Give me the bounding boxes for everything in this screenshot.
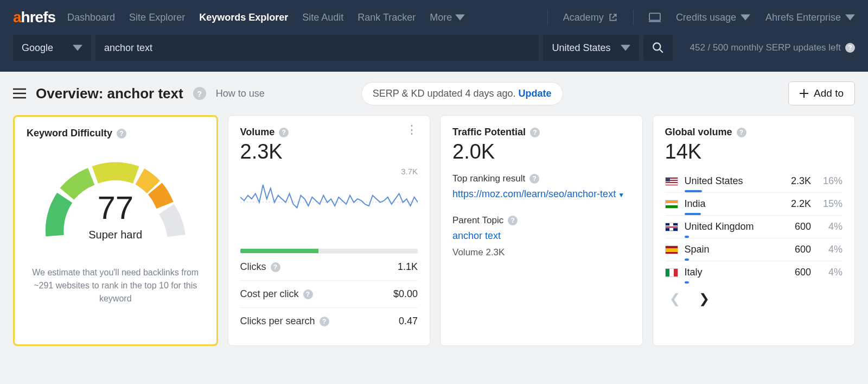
- help-icon[interactable]: ?: [303, 289, 313, 299]
- country-volume: 600: [778, 221, 811, 232]
- nav-credits[interactable]: Credits usage: [676, 12, 750, 23]
- add-to-button[interactable]: Add to: [788, 81, 855, 105]
- country-pct: 4%: [818, 221, 843, 232]
- country-volume: 600: [778, 267, 811, 278]
- card-title: Global volume?: [665, 127, 843, 138]
- pager-next[interactable]: ❯: [699, 291, 710, 306]
- country-select[interactable]: United States: [543, 35, 639, 61]
- top-nav: ahrefs Dashboard Site Explorer Keywords …: [0, 0, 868, 35]
- card-title: Volume?: [240, 127, 289, 138]
- search-engine-select[interactable]: Google: [13, 35, 91, 61]
- country-name: United Kingdom: [685, 221, 773, 232]
- nav-site-explorer[interactable]: Site Explorer: [129, 12, 185, 23]
- nav-keywords-explorer[interactable]: Keywords Explorer: [199, 12, 288, 23]
- search-button[interactable]: [643, 35, 673, 61]
- card-title: Traffic Potential?: [452, 127, 630, 138]
- help-icon[interactable]: ?: [530, 128, 540, 137]
- metric-cps: Clicks per search? 0.47: [240, 307, 418, 335]
- external-link-icon: [608, 12, 618, 22]
- global-pager: ❮ ❯: [665, 291, 843, 306]
- help-icon[interactable]: ?: [737, 128, 746, 137]
- more-icon[interactable]: ⋮: [406, 127, 418, 133]
- help-icon[interactable]: ?: [508, 216, 518, 225]
- keyword-input[interactable]: [104, 42, 530, 54]
- card-global-volume: Global volume? 14K United States2.3K16%I…: [653, 115, 856, 346]
- card-traffic-potential: Traffic Potential? 2.0K Top ranking resu…: [440, 115, 643, 346]
- menu-icon[interactable]: [13, 88, 26, 99]
- global-row[interactable]: United States2.3K16%: [665, 170, 843, 189]
- top-ranking-label: Top ranking result?: [452, 173, 630, 184]
- help-icon[interactable]: ?: [117, 129, 126, 139]
- parent-topic-volume: Volume 2.3K: [452, 247, 630, 258]
- parent-topic-link[interactable]: anchor text: [452, 230, 501, 242]
- flag-icon: [665, 177, 678, 186]
- page-header: Overview: anchor text ? How to use SERP …: [0, 72, 868, 115]
- volume-sparkline: [240, 176, 418, 241]
- device-icon[interactable]: [649, 11, 661, 23]
- update-link[interactable]: Update: [519, 88, 552, 99]
- country-pct: 4%: [818, 244, 843, 255]
- chevron-down-icon: [455, 12, 465, 22]
- global-value: 14K: [665, 140, 843, 163]
- chevron-down-icon: [621, 43, 630, 53]
- global-row[interactable]: Spain6004%: [665, 238, 843, 257]
- card-volume: Volume? ⋮ 2.3K 3.7K Clicks? 1.1K Cost pe…: [228, 115, 431, 346]
- update-pill: SERP & KD updated 4 days ago. Update: [361, 82, 563, 105]
- chevron-down-icon: [73, 43, 82, 53]
- search-icon: [652, 42, 664, 54]
- separator: [547, 10, 548, 25]
- logo[interactable]: ahrefs: [13, 9, 55, 26]
- search-bar: Google United States 452 / 500 monthly S…: [0, 35, 868, 72]
- cards-row: Keyword Difficulty? 77 Super hard We est…: [0, 115, 868, 359]
- svg-point-1: [653, 43, 660, 50]
- country-volume: 600: [778, 244, 811, 255]
- card-title: Keyword Difficulty?: [27, 128, 205, 139]
- country-volume: 2.2K: [778, 198, 811, 210]
- chevron-down-icon: [741, 12, 750, 22]
- credits-remaining: 452 / 500 monthly SERP updates left ?: [690, 42, 855, 53]
- flag-icon: [665, 223, 678, 231]
- help-icon[interactable]: ?: [279, 128, 289, 137]
- kd-description: We estimate that you'll need backlinks f…: [27, 266, 205, 305]
- help-icon[interactable]: ?: [320, 317, 329, 326]
- help-icon[interactable]: ?: [845, 43, 855, 53]
- separator: [633, 10, 634, 25]
- global-row[interactable]: Italy6004%: [665, 261, 843, 280]
- country-name: United States: [685, 175, 773, 187]
- country-name: Spain: [685, 244, 773, 255]
- plus-icon: [800, 89, 808, 98]
- volume-value: 2.3K: [240, 140, 418, 163]
- nav-academy[interactable]: Academy: [563, 12, 618, 23]
- country-pct: 4%: [818, 267, 843, 278]
- sparkline-max: 3.7K: [240, 167, 418, 176]
- global-row[interactable]: India2.2K15%: [665, 192, 843, 212]
- nav-site-audit[interactable]: Site Audit: [302, 12, 343, 23]
- kd-gauge: 77 Super hard: [27, 149, 205, 241]
- nav-rank-tracker[interactable]: Rank Tracker: [358, 12, 416, 23]
- country-name: India: [685, 198, 773, 210]
- chevron-down-icon: ▼: [618, 191, 624, 199]
- help-icon[interactable]: ?: [529, 174, 539, 184]
- country-pct: 16%: [818, 175, 843, 187]
- nav-dashboard[interactable]: Dashboard: [67, 12, 115, 23]
- nav-account[interactable]: Ahrefs Enterprise: [765, 12, 855, 23]
- main-nav: Dashboard Site Explorer Keywords Explore…: [67, 12, 465, 23]
- nav-more[interactable]: More: [430, 12, 465, 23]
- flag-icon: [665, 268, 678, 277]
- metric-cpc: Cost per click? $0.00: [240, 280, 418, 307]
- how-to-use-link[interactable]: How to use: [216, 88, 265, 99]
- top-ranking-url[interactable]: https://moz.com/learn/seo/anchor-text▼: [452, 188, 624, 200]
- traffic-value: 2.0K: [452, 140, 630, 163]
- global-row[interactable]: United Kingdom6004%: [665, 215, 843, 235]
- country-volume: 2.3K: [778, 175, 811, 187]
- help-icon[interactable]: ?: [271, 262, 280, 272]
- flag-icon: [665, 200, 678, 209]
- country-name: Italy: [685, 267, 773, 278]
- svg-rect-0: [649, 13, 660, 20]
- help-icon[interactable]: ?: [193, 87, 206, 100]
- country-bar: [685, 281, 689, 284]
- pager-prev[interactable]: ❮: [669, 291, 680, 306]
- card-keyword-difficulty: Keyword Difficulty? 77 Super hard We est…: [13, 115, 218, 346]
- parent-topic-label: Parent Topic?: [452, 215, 630, 226]
- metric-clicks: Clicks? 1.1K: [240, 253, 418, 280]
